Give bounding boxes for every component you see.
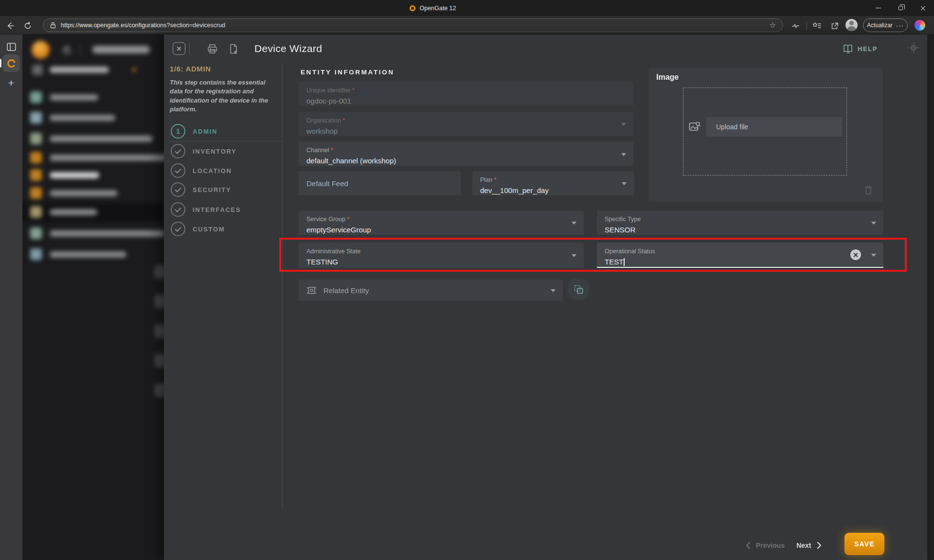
previous-button[interactable]: Previous: [756, 542, 785, 549]
hidden-button-fragment: [155, 354, 164, 368]
step-check-icon: [171, 202, 185, 217]
workspaces-rail-button[interactable]: [0, 43, 22, 51]
bookmark-star-icon[interactable]: ☆: [770, 21, 776, 30]
device-wizard-dialog: Device Wizard HELP 1/6: ADMIN This step …: [164, 35, 927, 560]
close-icon: [920, 5, 926, 11]
wizard-close-button[interactable]: [173, 42, 185, 55]
field-value: SENSOR: [605, 226, 876, 234]
hidden-button-fragment: [155, 295, 164, 308]
sidebar-item-icon: [30, 112, 42, 123]
sidebar-item-blurred[interactable]: [50, 172, 99, 178]
upload-file-button[interactable]: Upload file: [706, 117, 842, 137]
minimize-icon: [876, 8, 881, 9]
help-button[interactable]: HELP: [843, 44, 878, 53]
select-entity-icon: [574, 285, 583, 294]
clear-value-button[interactable]: [850, 249, 861, 260]
trash-icon: [863, 185, 873, 195]
back-button[interactable]: [4, 19, 17, 32]
step-label: INTERFACES: [193, 206, 241, 213]
minimize-button[interactable]: [867, 0, 889, 16]
plan-select[interactable]: Plan dev__100m_per_day: [472, 171, 634, 195]
sidebar-item-blurred[interactable]: [50, 251, 126, 258]
update-button[interactable]: Actualizar ···: [863, 18, 908, 32]
browser-essentials-button[interactable]: [789, 19, 802, 32]
chevron-down-icon: [871, 254, 876, 257]
image-search-icon: [689, 122, 700, 132]
step-location[interactable]: LOCATION: [171, 163, 232, 178]
url-bar[interactable]: https://www.opengate.es/configurations?s…: [43, 18, 783, 32]
step-custom[interactable]: CUSTOM: [171, 222, 225, 236]
image-panel: Image Upload file: [648, 68, 883, 202]
toolbar-divider: [807, 21, 807, 30]
channel-select[interactable]: Channel default_channel (workshop): [299, 141, 633, 166]
org-name-blurred: [92, 46, 150, 53]
step-interfaces[interactable]: INTERFACES: [171, 202, 241, 217]
next-button[interactable]: Next: [796, 542, 811, 549]
steps-divider: [170, 141, 282, 141]
hidden-button-fragment: [155, 384, 164, 397]
delete-image-button[interactable]: [863, 185, 873, 195]
opengate-app-button[interactable]: [2, 54, 20, 72]
specific-type-select[interactable]: Specific Type SENSOR: [597, 210, 883, 235]
settings-target-button[interactable]: [907, 41, 920, 54]
restore-button[interactable]: [889, 0, 912, 16]
sidebar-item-blurred[interactable]: [50, 209, 97, 215]
browser-tab[interactable]: OpenGate 12: [0, 0, 866, 16]
step-check-icon: [171, 144, 185, 158]
step-label: LOCATION: [193, 167, 232, 175]
profile-avatar[interactable]: [845, 19, 858, 31]
active-app-indicator: [0, 59, 1, 68]
sidebar-item-blurred[interactable]: [50, 67, 109, 73]
app-sidebar-blurred: [22, 35, 164, 560]
close-icon: [177, 46, 181, 51]
sidebar-item-blurred[interactable]: [50, 94, 98, 101]
favorites-icon: [812, 22, 821, 30]
close-window-button[interactable]: [912, 0, 934, 16]
step-check-icon: [171, 222, 185, 236]
settings-target-icon: [907, 40, 920, 55]
my-opengate-icon: [32, 65, 43, 75]
related-entity-icon: [306, 285, 317, 296]
sidebar-item-blurred[interactable]: [50, 190, 118, 196]
chevron-down-icon: [551, 289, 556, 292]
administrative-state-select[interactable]: Administrative State TESTING: [299, 243, 584, 268]
share-icon: [830, 22, 839, 30]
refresh-button[interactable]: [21, 19, 34, 32]
entity-picker-button[interactable]: [570, 281, 587, 298]
url-text: https://www.opengate.es/configurations?s…: [61, 22, 765, 29]
save-button[interactable]: SAVE: [844, 533, 884, 555]
field-label: Channel: [306, 147, 333, 154]
field-label: Organization: [306, 117, 345, 124]
step-check-icon: [171, 163, 185, 178]
sidebar-item-blurred[interactable]: [50, 136, 153, 142]
notification-dot: [132, 68, 136, 71]
export-file-button[interactable]: [227, 42, 240, 55]
share-button[interactable]: [828, 19, 841, 32]
window-title: OpenGate 12: [419, 5, 456, 12]
chevron-left-icon: [745, 542, 751, 549]
related-entity-select[interactable]: Related Entity: [299, 280, 563, 301]
field-value: emptyServiceGroup: [306, 226, 576, 234]
favorites-button[interactable]: [810, 19, 823, 32]
browser-toolbar: https://www.opengate.es/configurations?s…: [0, 16, 934, 35]
sidebar-item-icon: [30, 206, 42, 218]
opengate-favicon-icon: [410, 5, 415, 11]
sidebar-divider: [79, 45, 80, 54]
step-security[interactable]: SECURITY: [171, 182, 231, 197]
print-button[interactable]: [206, 42, 218, 55]
service-group-select[interactable]: Service Group emptyServiceGroup: [299, 210, 584, 235]
default-feed-field[interactable]: Default Feed: [299, 171, 461, 195]
operational-status-input[interactable]: Operational Status TEST: [597, 243, 883, 268]
help-book-icon: [843, 44, 853, 53]
step-inventory[interactable]: INVENTORY: [171, 144, 236, 158]
field-label: Service Group: [306, 216, 349, 223]
step-admin[interactable]: 1 ADMIN: [171, 124, 217, 139]
add-app-button[interactable]: +: [0, 77, 22, 89]
sidebar-item-blurred[interactable]: [50, 155, 164, 161]
section-title: ENTITY INFORMATION: [301, 69, 395, 76]
sidebar-item-blurred[interactable]: [50, 115, 115, 121]
copilot-icon[interactable]: [915, 20, 925, 31]
sidebar-item-blurred[interactable]: [50, 230, 164, 237]
printer-icon: [207, 43, 218, 54]
org-avatar[interactable]: [32, 41, 50, 59]
